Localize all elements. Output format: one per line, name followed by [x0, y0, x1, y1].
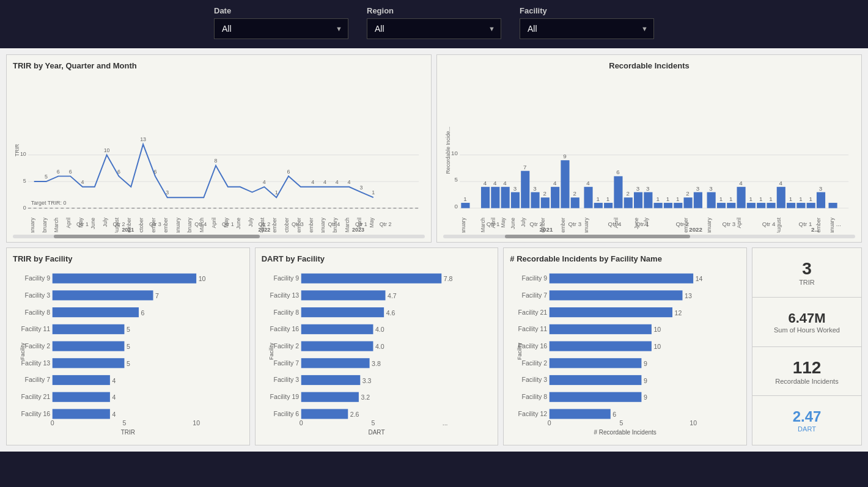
- svg-text:10: 10: [654, 327, 661, 334]
- svg-text:1: 1: [606, 197, 609, 202]
- svg-text:Facility 16: Facility 16: [21, 411, 51, 417]
- svg-rect-225: [301, 342, 373, 351]
- svg-rect-216: [301, 291, 385, 301]
- svg-rect-255: [550, 342, 652, 351]
- svg-rect-131: [737, 187, 745, 208]
- svg-text:Qtr 2: Qtr 2: [675, 221, 689, 227]
- svg-rect-101: [584, 187, 592, 208]
- trir-year-panel: TRIR by Year, Quarter and Month TRIR 0 5…: [6, 54, 432, 243]
- svg-text:March: March: [344, 218, 350, 232]
- svg-rect-117: [664, 203, 672, 208]
- svg-rect-113: [644, 192, 652, 208]
- svg-text:1: 1: [789, 197, 792, 202]
- svg-text:4: 4: [112, 411, 116, 418]
- trir-facility-title: TRIR by Facility: [13, 254, 243, 263]
- kpi-hours-label: Sum of Hours Worked: [774, 326, 840, 334]
- svg-text:3: 3: [166, 189, 169, 196]
- svg-rect-135: [757, 203, 765, 208]
- svg-rect-237: [301, 409, 348, 419]
- svg-text:4: 4: [263, 179, 266, 185]
- kpi-trir-value: 3: [802, 259, 812, 279]
- svg-text:Facility 3: Facility 3: [273, 377, 299, 384]
- svg-text:10: 10: [104, 147, 110, 153]
- svg-rect-93: [541, 197, 550, 208]
- svg-text:1: 1: [749, 197, 752, 202]
- svg-rect-249: [550, 307, 672, 317]
- date-select[interactable]: All: [214, 18, 348, 39]
- svg-text:0: 0: [454, 203, 457, 209]
- facility-select[interactable]: All: [520, 18, 654, 39]
- kpi-hours-value: 6.47M: [788, 310, 825, 326]
- kpi-panel: 3 TRIR 6.47M Sum of Hours Worked 112 Rec…: [752, 247, 862, 445]
- svg-text:10: 10: [654, 344, 661, 351]
- svg-text:Qtr 4: Qtr 4: [608, 221, 622, 227]
- header: Date All Region All Facility All: [0, 0, 868, 48]
- svg-rect-204: [53, 392, 110, 402]
- svg-text:March: March: [480, 218, 487, 232]
- svg-text:0: 0: [548, 420, 551, 427]
- facility-label: Facility: [520, 6, 654, 15]
- date-filter-group: Date All: [214, 6, 348, 39]
- trir-year-title: TRIR by Year, Quarter and Month: [13, 61, 425, 70]
- svg-text:6: 6: [117, 169, 120, 175]
- kpi-trir: 3 TRIR: [752, 248, 861, 298]
- kpi-dart-value: 2.47: [793, 408, 822, 425]
- region-select[interactable]: All: [367, 18, 501, 39]
- svg-rect-125: [707, 192, 716, 208]
- svg-text:1: 1: [769, 197, 772, 202]
- svg-rect-141: [787, 203, 795, 208]
- svg-text:January: January: [706, 218, 713, 233]
- svg-text:Qtr 1: Qtr 1: [76, 221, 89, 227]
- kpi-hours: 6.47M Sum of Hours Worked: [752, 298, 861, 347]
- svg-rect-109: [624, 197, 633, 208]
- svg-text:4: 4: [493, 180, 496, 186]
- svg-rect-186: [53, 291, 153, 301]
- svg-text:Facility 19: Facility 19: [270, 394, 299, 401]
- svg-text:Qtr 3: Qtr 3: [292, 221, 304, 227]
- svg-text:4.0: 4.0: [375, 327, 384, 334]
- svg-text:2021: 2021: [122, 227, 134, 233]
- svg-rect-219: [301, 307, 383, 317]
- svg-rect-129: [727, 203, 735, 208]
- svg-rect-123: [694, 192, 702, 208]
- region-filter-group: Region All: [367, 6, 501, 39]
- svg-text:1: 1: [666, 197, 669, 202]
- svg-rect-81: [481, 187, 490, 208]
- kpi-incidents: 112 Recordable Incidents: [752, 347, 861, 397]
- svg-text:4: 4: [503, 180, 506, 186]
- svg-rect-261: [550, 375, 642, 385]
- svg-rect-133: [747, 203, 756, 208]
- svg-text:13: 13: [685, 293, 692, 299]
- svg-text:3.2: 3.2: [361, 395, 370, 401]
- svg-text:4: 4: [484, 180, 487, 186]
- svg-text:Qtr 4: Qtr 4: [328, 221, 340, 227]
- svg-text:Qtr 2: Qtr 2: [380, 221, 392, 227]
- svg-text:...: ...: [442, 420, 447, 427]
- svg-text:January: January: [174, 218, 180, 233]
- svg-text:June: June: [235, 218, 241, 229]
- svg-text:5: 5: [127, 361, 130, 367]
- svg-text:4: 4: [739, 180, 742, 186]
- svg-text:5: 5: [454, 177, 457, 183]
- svg-text:3: 3: [646, 186, 649, 191]
- svg-text:6: 6: [287, 169, 290, 175]
- svg-text:Facility 7: Facility 7: [522, 292, 548, 299]
- svg-text:Facility 7: Facility 7: [24, 377, 50, 384]
- svg-text:Facility 3: Facility 3: [24, 292, 50, 299]
- svg-text:14: 14: [696, 276, 703, 283]
- svg-text:6: 6: [141, 310, 145, 317]
- dart-facility-title: DART by Facility: [262, 254, 492, 263]
- svg-text:2: 2: [686, 191, 689, 197]
- facility-filter-group: Facility All: [520, 6, 654, 39]
- svg-rect-145: [807, 203, 815, 208]
- svg-rect-127: [717, 203, 726, 208]
- svg-text:May: May: [369, 218, 375, 228]
- svg-text:0: 0: [23, 205, 26, 211]
- region-label: Region: [367, 6, 501, 15]
- svg-text:3: 3: [636, 186, 639, 191]
- kpi-dart: 2.47 DART: [752, 396, 861, 445]
- svg-text:4: 4: [553, 180, 556, 186]
- svg-text:4: 4: [348, 179, 351, 185]
- svg-text:3: 3: [696, 186, 699, 191]
- svg-text:0: 0: [51, 420, 54, 427]
